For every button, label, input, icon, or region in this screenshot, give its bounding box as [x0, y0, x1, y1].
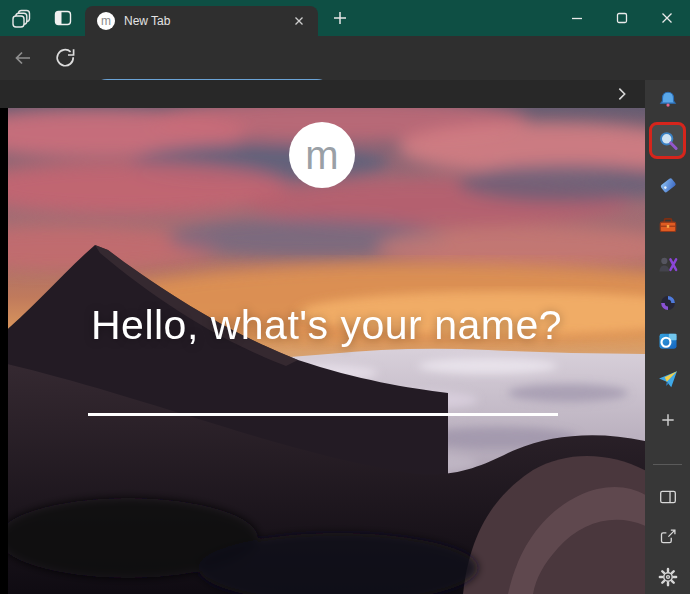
- navigation-toolbar: [0, 36, 690, 80]
- workspaces-icon[interactable]: [6, 4, 36, 32]
- profile-circle: m: [289, 122, 355, 188]
- titlebar: m New Tab: [0, 0, 690, 36]
- tab-actions-icon[interactable]: [48, 4, 78, 32]
- microsoft-365-icon[interactable]: [651, 287, 684, 319]
- edge-sidebar: [645, 80, 690, 594]
- shopping-tag-icon[interactable]: [651, 169, 684, 201]
- tab-close-icon[interactable]: [290, 12, 308, 30]
- tab-new-tab[interactable]: m New Tab: [85, 6, 318, 36]
- newtab-top-strip: [0, 80, 645, 108]
- tab-favicon: m: [97, 12, 115, 30]
- refresh-icon[interactable]: [50, 44, 80, 72]
- window-minimize-button[interactable]: [560, 4, 594, 32]
- sidebar-divider: [653, 464, 682, 465]
- tab-title: New Tab: [124, 14, 290, 28]
- outlook-icon[interactable]: [651, 325, 684, 357]
- browser-window: m New Tab: [0, 0, 690, 594]
- window-close-button[interactable]: [650, 4, 684, 32]
- notifications-bell-icon[interactable]: [651, 84, 684, 116]
- customize-sidebar-icon[interactable]: [651, 481, 684, 513]
- open-in-browser-icon[interactable]: [651, 521, 684, 553]
- newtab-page: m Hello, what's your name?: [0, 108, 645, 594]
- drop-icon[interactable]: [651, 363, 684, 395]
- back-icon[interactable]: [8, 44, 38, 72]
- sidebar-settings-gear-icon[interactable]: [651, 561, 684, 593]
- toolbox-icon[interactable]: [651, 209, 684, 241]
- name-input[interactable]: [88, 380, 558, 416]
- window-maximize-button[interactable]: [605, 4, 639, 32]
- expand-chevron-icon[interactable]: [610, 83, 634, 105]
- sidebar-search-icon[interactable]: [649, 122, 686, 159]
- greeting-text: Hello, what's your name?: [8, 302, 645, 349]
- add-apps-icon[interactable]: [651, 404, 684, 436]
- games-icon[interactable]: [651, 249, 684, 281]
- new-tab-button[interactable]: [325, 4, 355, 32]
